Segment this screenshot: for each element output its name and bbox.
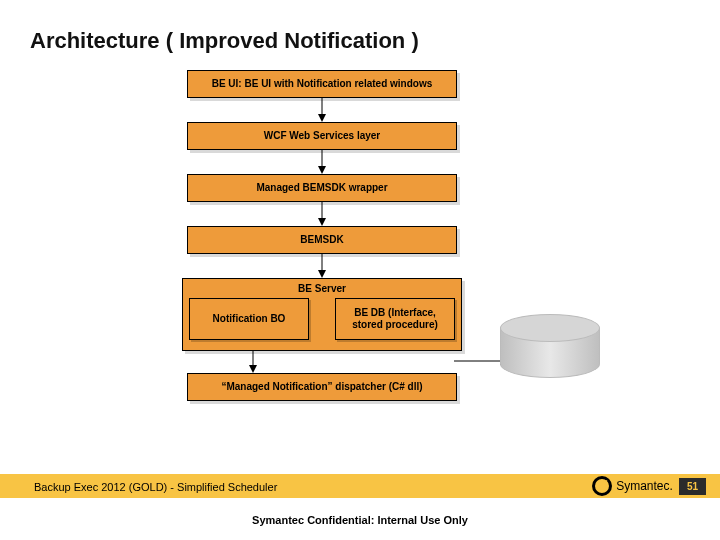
footer-product-name: Backup Exec 2012 (GOLD) - Simplified Sch… [34,481,277,493]
box-wcf: WCF Web Services layer [187,122,457,150]
server-title: BE Server [189,281,455,298]
svg-marker-1 [318,114,326,122]
box-be-db-interface: BE DB (Interface, stored procedure) [335,298,455,340]
symantec-logo: ✓ Symantec. [592,476,673,496]
arrow-down-5 [187,351,457,373]
logo-check-icon: ✓ [597,476,610,494]
box-bemsdk: BEMSDK [187,226,457,254]
box-dispatcher: “Managed Notification” dispatcher (C# dl… [187,373,457,401]
arrow-down-4 [187,254,457,278]
arrow-down-2 [187,150,457,174]
svg-marker-9 [249,365,257,373]
confidential-notice: Symantec Confidential: Internal Use Only [0,514,720,526]
box-wrapper: Managed BEMSDK wrapper [187,174,457,202]
database-cylinder-icon: BE DB [500,314,600,378]
brand-name: Symantec. [616,479,673,493]
footer-right: ✓ Symantec. 51 [592,476,706,496]
logo-ring-icon: ✓ [592,476,612,496]
be-server-group: BE Server Notification BO BE DB (Interfa… [182,278,462,351]
svg-marker-5 [318,218,326,226]
svg-marker-3 [318,166,326,174]
page-number: 51 [679,478,706,495]
slide-title: Architecture ( Improved Notification ) [30,28,419,54]
box-be-ui: BE UI: BE UI with Notification related w… [187,70,457,98]
svg-marker-7 [318,270,326,278]
arrow-down-1 [187,98,457,122]
architecture-diagram: BE UI: BE UI with Notification related w… [172,70,472,401]
arrow-down-3 [187,202,457,226]
box-notification-bo: Notification BO [189,298,309,340]
